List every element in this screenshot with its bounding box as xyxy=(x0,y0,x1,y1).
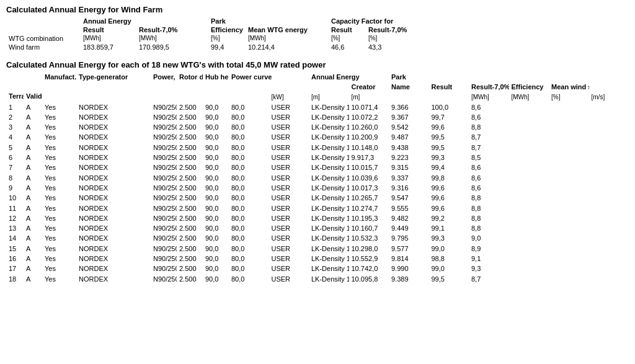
cell-efficiency: 99,0 xyxy=(429,264,469,273)
cell-type-gen: N90/2500 HS-2.500 xyxy=(151,132,177,142)
header-result7: Result-7,0% xyxy=(136,25,192,34)
cell-type-gen: N90/2500 HS-2.500 xyxy=(151,244,177,254)
cell-rotor: 90,0 xyxy=(203,143,229,153)
cell-efficiency: 99,4 xyxy=(429,162,469,172)
header-wtg-label: WTG combination xyxy=(6,34,81,43)
cell-valid: Yes xyxy=(42,153,76,162)
cell-result: 10.160,7 xyxy=(349,223,389,233)
cell-creator: USER xyxy=(269,143,309,153)
unit-mwh3: [MWh] xyxy=(246,34,310,43)
cell-mean-wind: 8,9 xyxy=(469,244,509,254)
table-row: 8AYesNORDEXN90/2500 HS-2.5002.50090,080,… xyxy=(6,173,629,183)
cell-result: 9.917,3 xyxy=(349,153,389,162)
header-result: Result xyxy=(81,25,136,34)
cell-type-gen: N90/2500 HS-2.500 xyxy=(151,122,177,132)
summary-label: Wind farm xyxy=(6,43,81,51)
header-mean-wtg: Mean WTG energy xyxy=(246,25,310,34)
col-terrain-header: Terrain xyxy=(6,72,24,102)
cell-valid: Yes xyxy=(42,122,76,132)
cell-type-gen: N90/2500 HS-2.500 xyxy=(151,274,177,284)
col-name-header: Name xyxy=(389,82,429,92)
summary-cap-result: 46,6 xyxy=(329,43,366,51)
cell-result: 10.298,0 xyxy=(349,244,389,254)
unit-pct2: [%] xyxy=(329,34,366,43)
cell-id: 3 xyxy=(6,122,24,132)
cell-id: 11 xyxy=(6,203,24,213)
cell-manufact: NORDEX xyxy=(76,274,151,284)
cell-manufact: NORDEX xyxy=(76,162,151,172)
cell-terrain: A xyxy=(24,183,42,193)
col-result-header: Result xyxy=(429,82,469,92)
header-efficiency: Efficiency xyxy=(192,25,246,34)
cell-efficiency: 99,5 xyxy=(429,143,469,153)
cell-efficiency: 99,1 xyxy=(429,223,469,233)
col-rotor-header: Rotor diameter xyxy=(177,72,203,92)
cell-hub: 80,0 xyxy=(229,213,269,223)
cell-result: 10.265,7 xyxy=(349,193,389,203)
cell-hub: 80,0 xyxy=(229,254,269,264)
unit-pct3: [%] xyxy=(366,34,415,43)
cell-valid: Yes xyxy=(42,213,76,223)
cell-manufact: NORDEX xyxy=(76,112,151,122)
section1: Calculated Annual Energy for Wind Farm A… xyxy=(6,5,629,51)
cell-efficiency: 99,3 xyxy=(429,153,469,162)
cell-mean-wind: 9,1 xyxy=(469,254,509,264)
cell-hub: 80,0 xyxy=(229,223,269,233)
cell-name: LK-Density 1,205 xyxy=(309,233,349,243)
cell-id: 17 xyxy=(6,264,24,273)
cell-power: 2.500 xyxy=(177,244,203,254)
cell-valid: Yes xyxy=(42,162,76,172)
cell-creator: USER xyxy=(269,264,309,273)
table-row: 15AYesNORDEXN90/2500 HS-2.5002.50090,080… xyxy=(6,244,629,254)
summary-annual-result: 183.859,7 xyxy=(81,43,136,51)
table-row: 10AYesNORDEXN90/2500 HS-2.5002.50090,080… xyxy=(6,193,629,203)
cell-power: 2.500 xyxy=(177,153,203,162)
cell-terrain: A xyxy=(24,233,42,243)
cell-mean-wind: 8,7 xyxy=(469,274,509,284)
cell-name: LK-Density 1,205 xyxy=(309,132,349,142)
cell-power: 2.500 xyxy=(177,254,203,264)
cell-hub: 80,0 xyxy=(229,112,269,122)
cell-manufact: NORDEX xyxy=(76,153,151,162)
cell-name: LK-Density 1,205 xyxy=(309,254,349,264)
summary-table: Annual Energy Park Capacity Factor for R… xyxy=(6,17,415,51)
cell-result7: 9.547 xyxy=(389,193,429,203)
cell-manufact: NORDEX xyxy=(76,183,151,193)
table-row: 12AYesNORDEXN90/2500 HS-2.5002.50090,080… xyxy=(6,213,629,223)
cell-type-gen: N90/2500 HS-2.500 xyxy=(151,264,177,273)
cell-hub: 80,0 xyxy=(229,274,269,284)
section2-title: Calculated Annual Energy for each of 18 … xyxy=(6,60,629,69)
cell-result7: 9.223 xyxy=(389,153,429,162)
table-row: 2AYesNORDEXN90/2500 HS-2.5002.50090,080,… xyxy=(6,112,629,122)
cell-rotor: 90,0 xyxy=(203,193,229,203)
cell-id: 9 xyxy=(6,183,24,193)
cell-hub: 80,0 xyxy=(229,203,269,213)
cell-mean-wind: 8,8 xyxy=(469,223,509,233)
cell-mean-wind: 8,7 xyxy=(469,143,509,153)
cell-mean-wind: 8,8 xyxy=(469,193,509,203)
col-creator-header: Creator xyxy=(349,82,389,92)
section1-title: Calculated Annual Energy for Wind Farm xyxy=(6,5,629,14)
col-valid-header: Valid xyxy=(24,72,42,102)
cell-id: 10 xyxy=(6,193,24,203)
cell-result: 10.071,4 xyxy=(349,102,389,112)
cell-power: 2.500 xyxy=(177,264,203,273)
cell-result: 10.039,6 xyxy=(349,173,389,183)
cell-mean-wind: 8,5 xyxy=(469,153,509,162)
col-annual-energy-header: Annual Energy xyxy=(309,72,389,82)
cell-hub: 80,0 xyxy=(229,264,269,273)
cell-name: LK-Density 1,205 xyxy=(309,274,349,284)
wtg-table: Terrain WTG type Valid Manufact. Type-ge… xyxy=(6,72,629,284)
cell-id: 2 xyxy=(6,112,24,122)
cell-type-gen: N90/2500 HS-2.500 xyxy=(151,183,177,193)
cell-power: 2.500 xyxy=(177,233,203,243)
cell-valid: Yes xyxy=(42,132,76,142)
cell-manufact: NORDEX xyxy=(76,132,151,142)
cell-mean-wind: 8,8 xyxy=(469,213,509,223)
cell-manufact: NORDEX xyxy=(76,264,151,273)
table-row: 18AYesNORDEXN90/2500 HS-2.5002.50090,080… xyxy=(6,274,629,284)
cell-terrain: A xyxy=(24,173,42,183)
cell-valid: Yes xyxy=(42,264,76,273)
cell-result: 10.072,2 xyxy=(349,112,389,122)
cell-creator: USER xyxy=(269,203,309,213)
